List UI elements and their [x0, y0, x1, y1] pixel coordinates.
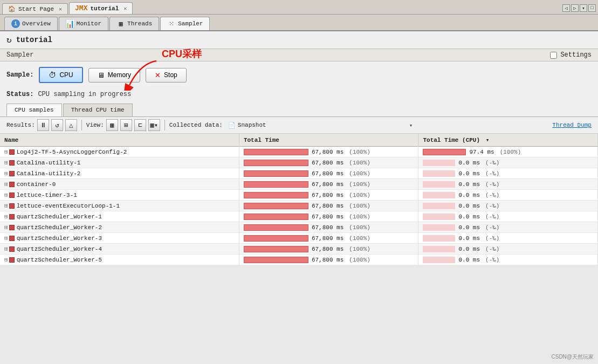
- inner-tab-bar: CPU samples Thread CPU time: [0, 104, 598, 117]
- tab-restore-btn[interactable]: □: [588, 4, 596, 12]
- row-cpu-pct: (-‰): [485, 203, 499, 209]
- row-expand-icon[interactable]: ⊞: [4, 235, 8, 242]
- row-name: lettuce-timer-3-1: [17, 192, 77, 198]
- pause-btn[interactable]: ⏸: [37, 119, 49, 131]
- table-row[interactable]: ⊞lettuce-eventExecutorLoop-1-167,800 ms(…: [0, 201, 598, 211]
- row-total-pct: (100%): [349, 170, 370, 177]
- row-cpu-pct: (-‰): [485, 257, 499, 263]
- thread-color-icon: [9, 193, 15, 198]
- tab-prev-btn[interactable]: ◁: [562, 4, 570, 12]
- threads-icon: ▦: [116, 19, 125, 28]
- memory-button-icon: 🖥: [98, 71, 105, 79]
- delta-btn[interactable]: △: [65, 119, 77, 131]
- status-row: Status: CPU sampling in progress: [0, 88, 598, 104]
- tab-dropdown-btn[interactable]: ▾: [580, 4, 587, 12]
- col-header-name[interactable]: Name: [0, 134, 239, 147]
- row-cpu-ms: 0.0 ms: [458, 246, 480, 252]
- main-content: ↻ tutorial CPU采样 Sampler Settings Sample…: [0, 31, 598, 265]
- table-scroll[interactable]: Name Total Time Total Time (CPU) ▾ ⊞Log4…: [0, 134, 598, 265]
- row-cpu-ms: 0.0 ms: [458, 192, 480, 198]
- cpu-button-label: CPU: [59, 71, 73, 79]
- row-total-pct: (100%): [349, 246, 370, 252]
- thread-color-icon: [9, 171, 15, 176]
- inner-tab-thread-cpu-time[interactable]: Thread CPU time: [63, 104, 133, 116]
- row-expand-icon[interactable]: ⊞: [4, 214, 8, 220]
- cpu-button[interactable]: ⏱ CPU: [39, 67, 83, 83]
- sub-tab-monitor[interactable]: 📊 Monitor: [59, 17, 108, 30]
- toolbar-sep-1: [81, 120, 82, 131]
- col-header-cpu[interactable]: Total Time (CPU) ▾: [418, 134, 598, 147]
- row-name: Catalina-utility-2: [17, 170, 81, 177]
- inner-tab-cpu-samples-label: CPU samples: [15, 107, 54, 113]
- row-expand-icon[interactable]: ⊞: [4, 170, 8, 177]
- inner-tab-cpu-samples[interactable]: CPU samples: [6, 104, 62, 116]
- row-expand-icon[interactable]: ⊞: [4, 160, 8, 166]
- view-grid-btn[interactable]: ⊞: [120, 119, 132, 131]
- row-expand-icon[interactable]: ⊞: [4, 224, 8, 231]
- row-expand-icon[interactable]: ⊞: [4, 257, 8, 263]
- table-row[interactable]: ⊞container-067,800 ms(100%)0.0 ms(-‰): [0, 179, 598, 190]
- table-row[interactable]: ⊞Catalina-utility-267,800 ms(100%)0.0 ms…: [0, 168, 598, 179]
- tab-next-btn[interactable]: ▷: [571, 4, 579, 12]
- row-cpu-ms: 0.0 ms: [458, 257, 480, 263]
- table-row[interactable]: ⊞quartzScheduler_Worker-367,800 ms(100%)…: [0, 233, 598, 244]
- loading-spinner-icon: ↻: [6, 35, 12, 45]
- row-name: Log4j2-TF-5-AsyncLoggerConfig-2: [17, 149, 127, 155]
- thread-color-icon: [9, 257, 15, 263]
- row-expand-icon[interactable]: ⊞: [4, 246, 8, 252]
- sub-tab-threads-label: Threads: [127, 20, 152, 27]
- sampler-header: Sampler Settings: [0, 49, 598, 61]
- row-total-ms: 67,800 ms: [312, 192, 343, 198]
- row-name: lettuce-eventExecutorLoop-1-1: [17, 203, 120, 209]
- row-total-ms: 67,800 ms: [312, 160, 343, 166]
- view-table-btn[interactable]: ▦: [106, 119, 118, 131]
- refresh-btn[interactable]: ↺: [51, 119, 63, 131]
- row-cpu-ms: 0.0 ms: [458, 235, 480, 242]
- tab-tutorial-close[interactable]: ✕: [123, 5, 127, 12]
- row-cpu-ms: 0.0 ms: [458, 181, 480, 188]
- snapshot-btn[interactable]: 📄 Snapshot: [225, 121, 270, 130]
- page-title: tutorial: [16, 36, 52, 44]
- table-row[interactable]: ⊞Log4j2-TF-5-AsyncLoggerConfig-267,800 m…: [0, 147, 598, 157]
- row-expand-icon[interactable]: ⊞: [4, 181, 8, 188]
- sub-tab-sampler-label: Sampler: [178, 20, 203, 27]
- row-total-pct: (100%): [349, 224, 370, 231]
- sub-tab-threads[interactable]: ▦ Threads: [109, 17, 159, 30]
- row-total-pct: (100%): [349, 257, 370, 263]
- view-tree-btn[interactable]: ⊏: [134, 119, 146, 131]
- row-cpu-pct: (100%): [500, 149, 521, 155]
- row-cpu-ms: 97.4 ms: [469, 149, 494, 155]
- table-row[interactable]: ⊞Catalina-utility-167,800 ms(100%)0.0 ms…: [0, 157, 598, 168]
- col-header-total[interactable]: Total Time: [239, 134, 418, 147]
- toolbar-sep-2: [164, 120, 165, 131]
- row-expand-icon[interactable]: ⊞: [4, 149, 8, 155]
- row-expand-icon[interactable]: ⊞: [4, 203, 8, 209]
- table-row[interactable]: ⊞quartzScheduler_Worker-267,800 ms(100%)…: [0, 222, 598, 233]
- overview-icon: i: [11, 19, 20, 28]
- table-row[interactable]: ⊞lettuce-timer-3-167,800 ms(100%)0.0 ms(…: [0, 190, 598, 201]
- table-row[interactable]: ⊞quartzScheduler_Worker-467,800 ms(100%)…: [0, 244, 598, 255]
- tab-start-page[interactable]: 🏠 Start Page ✕: [2, 3, 68, 14]
- thread-dump-btn[interactable]: Thread Dump: [552, 122, 592, 128]
- snapshot-icon: 📄: [228, 122, 236, 129]
- sampler-label: Sampler: [6, 51, 33, 59]
- row-expand-icon[interactable]: ⊞: [4, 192, 8, 198]
- sub-tab-sampler[interactable]: ⁙ Sampler: [160, 17, 210, 30]
- row-name: quartzScheduler_Worker-2: [17, 224, 102, 231]
- table-row[interactable]: ⊞quartzScheduler_Worker-167,800 ms(100%)…: [0, 211, 598, 222]
- sample-label: Sample:: [6, 71, 33, 79]
- tab-start-page-close[interactable]: ✕: [59, 6, 62, 12]
- table-header-row: Name Total Time Total Time (CPU) ▾: [0, 134, 598, 147]
- view-options-btn[interactable]: ▦▾: [148, 119, 160, 131]
- settings-checkbox[interactable]: [550, 52, 557, 59]
- jmx-icon: JMX: [75, 4, 87, 12]
- sample-row: Sample: ⏱ CPU 🖥 Memory ✕ Stop: [0, 61, 598, 88]
- row-total-ms: 67,800 ms: [312, 203, 343, 209]
- tab-tutorial[interactable]: JMX tutorial ✕: [69, 2, 133, 14]
- outer-tab-bar: 🏠 Start Page ✕ JMX tutorial ✕ ◁ ▷ ▾ □: [0, 0, 598, 15]
- toolbar: Results: ⏸ ↺ △ View: ▦ ⊞ ⊏ ▦▾ Collected …: [0, 117, 598, 134]
- sub-tab-overview[interactable]: i Overview: [4, 17, 58, 30]
- table-row[interactable]: ⊞quartzScheduler_Worker-567,800 ms(100%)…: [0, 255, 598, 265]
- tab-start-page-label: Start Page: [18, 6, 54, 12]
- row-total-pct: (100%): [349, 203, 370, 209]
